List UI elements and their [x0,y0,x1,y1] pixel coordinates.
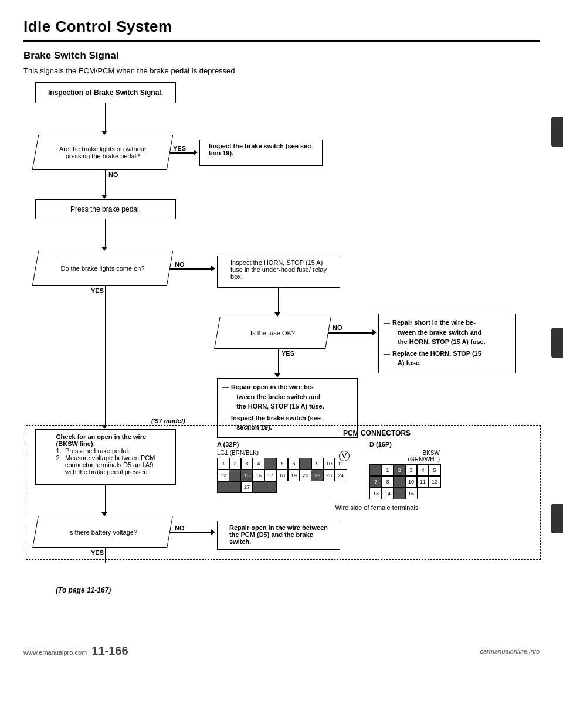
no-label-2: NO [175,261,185,268]
section-divider [23,40,540,42]
box-repair-pcm-brake: Repair open in the wire betweenthe PCM (… [217,521,340,550]
box-inspect-brake-switch: Inspect the brake switch (see sec-tion 1… [199,140,323,166]
connector-d-wire: BKSW(GRN/WHT) [369,450,440,462]
yes-label-3: YES [282,350,294,357]
side-tab-2 [551,328,563,358]
model-label: ('97 model) [151,417,185,424]
yes-label-2: YES [91,287,104,294]
pcm-title: PCM CONNECTORS [217,429,537,437]
diamond-battery-voltage: Is there battery voltage? [35,516,170,548]
no-label-1: NO [108,171,118,178]
diamond-fuse-ok: Is the fuse OK? [217,317,328,349]
pcm-connectors-area: PCM CONNECTORS A (32P) LG1 (BRN/BLK) 1 2… [217,429,537,506]
box-check-open: Check for an open in the wire(BKSW line)… [35,429,176,485]
diamond-lights-come-on: Do the brake lights come on? [35,251,170,286]
main-title: Idle Control System [23,18,540,36]
connector-a-block: A (32P) LG1 (BRN/BLK) 1 2 3 4 5 6 [217,441,346,495]
diamond-brake-lights: Are the brake lights on withoutpressing … [35,135,170,170]
section-desc: This signals the ECM/PCM when the brake … [23,66,540,75]
side-tab-1 [551,117,563,147]
box-inspect-horn-fuse: Inspect the HORN, STOP (15 A)fuse in the… [217,256,340,288]
page-container: Idle Control System Brake Switch Signal … [0,0,563,669]
side-tab-3 [551,504,563,533]
box-repair-short: —Repair short in the wire be- tween the … [378,314,516,373]
no-label-3: NO [333,324,342,331]
wire-side-label: Wire side of female terminals [217,504,537,511]
yes-label-1: YES [173,145,186,152]
footer-page-number: 11-166 [91,644,128,657]
connector-d-block: D (16P) BKSW(GRN/WHT) 1 2 3 4 5 [369,441,440,499]
no-label-4: NO [175,525,185,532]
box-press-brake: Press the brake pedal. [35,199,176,219]
to-page-label: (To page 11-167) [56,586,111,594]
section-title: Brake Switch Signal [23,50,540,62]
box-start: Inspection of Brake Switch Signal. [35,82,176,103]
flowchart: Inspection of Brake Switch Signal. Are t… [23,82,540,621]
yes-label-4: YES [91,549,104,556]
connector-a-wire: LG1 (BRN/BLK) [217,450,346,456]
footer-url: www.emanualpro.com 11-166 [23,644,128,658]
footer-right: carmanualonline.info [480,648,540,655]
